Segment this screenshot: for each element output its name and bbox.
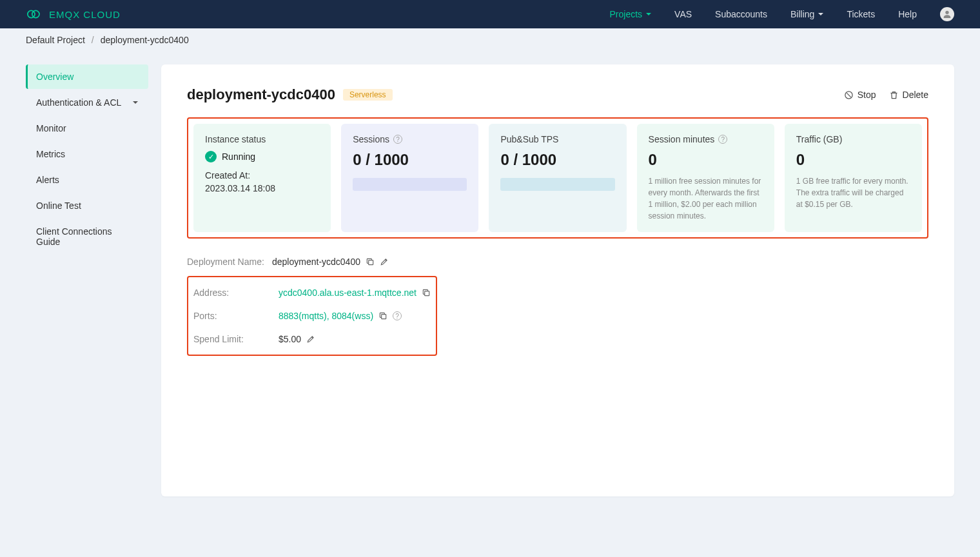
nav-tickets[interactable]: Tickets [847, 9, 875, 19]
nav-subaccounts[interactable]: Subaccounts [715, 9, 767, 19]
page-title: deployment-ycdc0400 [187, 86, 335, 103]
nav-billing[interactable]: Billing [790, 9, 823, 19]
detail-label: Ports: [193, 311, 279, 321]
copy-icon[interactable] [366, 257, 375, 266]
detail-value: ycdc0400.ala.us-east-1.mqttce.net [279, 288, 431, 298]
status-text: Running [222, 151, 255, 162]
svg-rect-6 [425, 291, 429, 296]
chevron-down-icon [133, 101, 138, 104]
stat-session-minutes: Session minutes ? 0 1 million free sessi… [637, 124, 774, 232]
sidebar-item-guide[interactable]: Client Connections Guide [26, 219, 148, 254]
stat-traffic: Traffic (GB) 0 1 GB free traffic for eve… [785, 124, 922, 232]
status-running: ✓ Running [205, 151, 319, 162]
traffic-description: 1 GB free traffic for every month. The e… [796, 175, 910, 210]
help-icon[interactable]: ? [393, 135, 402, 144]
top-nav: Projects VAS Subaccounts Billing Tickets… [610, 7, 955, 21]
nav-projects[interactable]: Projects [610, 9, 652, 19]
breadcrumb-current: deployment-ycdc0400 [101, 35, 189, 45]
detail-ports: Ports: 8883(mqtts), 8084(wss) ? [193, 304, 431, 327]
detail-value: 8883(mqtts), 8084(wss) ? [279, 311, 402, 321]
detail-label: Spend Limit: [193, 334, 279, 344]
sidebar-item-metrics[interactable]: Metrics [26, 142, 148, 166]
stat-label: Instance status [205, 134, 319, 144]
sessions-value: 0 / 1000 [353, 151, 467, 169]
detail-value: deployment-ycdc0400 [272, 257, 389, 267]
breadcrumb-separator: / [92, 35, 94, 45]
chevron-down-icon [818, 13, 823, 15]
sidebar-item-overview[interactable]: Overview [26, 64, 148, 89]
sidebar-item-online-test[interactable]: Online Test [26, 193, 148, 218]
stat-instance-status: Instance status ✓ Running Created At: 20… [193, 124, 331, 232]
title-row: deployment-ycdc0400 Serverless Stop Dele… [187, 86, 928, 103]
breadcrumb-root[interactable]: Default Project [26, 35, 85, 45]
connection-info-box: Address: ycdc0400.ala.us-east-1.mqttce.n… [187, 276, 437, 356]
detail-deployment-name: Deployment Name: deployment-ycdc0400 [187, 251, 928, 272]
user-icon [942, 9, 952, 19]
sessions-progress-bar [353, 178, 467, 191]
help-icon[interactable]: ? [393, 311, 402, 320]
copy-icon[interactable] [422, 288, 431, 297]
main-layout: Overview Authentication & ACL Monitor Me… [0, 52, 980, 509]
title-actions: Stop Delete [844, 90, 928, 100]
top-header: EMQX CLOUD Projects VAS Subaccounts Bill… [0, 0, 980, 28]
edit-icon[interactable] [380, 257, 389, 266]
svg-rect-5 [369, 260, 373, 265]
sidebar-item-monitor[interactable]: Monitor [26, 116, 148, 141]
stop-icon [844, 90, 854, 100]
brand-logo[interactable]: EMQX CLOUD [26, 8, 121, 20]
detail-label: Deployment Name: [187, 257, 272, 267]
stat-label: Pub&Sub TPS [500, 134, 614, 144]
detail-spend-limit: Spend Limit: $5.00 [193, 327, 431, 351]
stat-label: Session minutes ? [649, 134, 763, 144]
emqx-logo-icon [26, 8, 44, 20]
delete-button[interactable]: Delete [889, 90, 928, 100]
sidebar: Overview Authentication & ACL Monitor Me… [0, 64, 148, 496]
trash-icon [889, 90, 899, 100]
stat-tps: Pub&Sub TPS 0 / 1000 [489, 124, 626, 232]
edit-icon[interactable] [306, 335, 315, 344]
svg-line-4 [847, 93, 850, 97]
stat-label: Traffic (GB) [796, 134, 910, 144]
stop-button[interactable]: Stop [844, 90, 876, 100]
stats-row: Instance status ✓ Running Created At: 20… [187, 117, 928, 239]
created-at-label: Created At: [205, 170, 319, 181]
sidebar-item-alerts[interactable]: Alerts [26, 168, 148, 192]
chevron-down-icon [646, 13, 651, 15]
main-panel: deployment-ycdc0400 Serverless Stop Dele… [161, 64, 954, 496]
sidebar-item-auth[interactable]: Authentication & ACL [26, 90, 148, 115]
detail-label: Address: [193, 288, 279, 298]
nav-vas[interactable]: VAS [674, 9, 692, 19]
detail-value: $5.00 [279, 334, 315, 344]
tps-progress-bar [500, 178, 614, 191]
svg-point-2 [945, 11, 948, 14]
nav-help[interactable]: Help [898, 9, 917, 19]
user-avatar[interactable] [940, 7, 954, 21]
stat-label: Sessions ? [353, 134, 467, 144]
help-icon[interactable]: ? [718, 135, 727, 144]
minutes-value: 0 [649, 151, 763, 169]
copy-icon[interactable] [378, 311, 387, 320]
serverless-badge: Serverless [343, 89, 393, 101]
svg-point-1 [32, 10, 39, 17]
detail-address: Address: ycdc0400.ala.us-east-1.mqttce.n… [193, 281, 431, 304]
tps-value: 0 / 1000 [500, 151, 614, 169]
stat-sessions: Sessions ? 0 / 1000 [341, 124, 478, 232]
brand-text: EMQX CLOUD [49, 9, 121, 20]
title-left: deployment-ycdc0400 Serverless [187, 86, 393, 103]
breadcrumb: Default Project / deployment-ycdc0400 [0, 28, 980, 52]
traffic-value: 0 [796, 151, 910, 169]
svg-rect-7 [382, 315, 386, 319]
status-dot-icon: ✓ [205, 151, 217, 162]
minutes-description: 1 million free session minutes for every… [649, 175, 763, 222]
created-at-value: 2023.03.14 18:08 [205, 183, 319, 193]
